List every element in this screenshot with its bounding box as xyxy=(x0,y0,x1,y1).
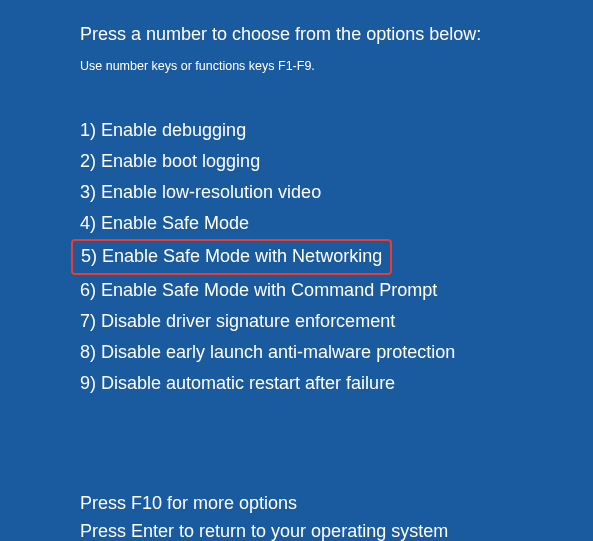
boot-option-7[interactable]: 7) Disable driver signature enforcement xyxy=(80,306,395,336)
boot-option-1[interactable]: 1) Enable debugging xyxy=(80,115,246,145)
options-list: 1) Enable debugging2) Enable boot loggin… xyxy=(80,115,593,399)
boot-option-8[interactable]: 8) Disable early launch anti-malware pro… xyxy=(80,337,455,367)
footer: Press F10 for more options Press Enter t… xyxy=(80,489,593,541)
boot-option-6[interactable]: 6) Enable Safe Mode with Command Prompt xyxy=(80,275,437,305)
boot-option-3[interactable]: 3) Enable low-resolution video xyxy=(80,177,321,207)
page-title: Press a number to choose from the option… xyxy=(80,24,593,45)
boot-option-2[interactable]: 2) Enable boot logging xyxy=(80,146,260,176)
footer-more-options: Press F10 for more options xyxy=(80,489,593,517)
footer-return: Press Enter to return to your operating … xyxy=(80,517,593,541)
page-subtitle: Use number keys or functions keys F1-F9. xyxy=(80,59,593,73)
boot-option-5[interactable]: 5) Enable Safe Mode with Networking xyxy=(71,239,392,275)
boot-option-4[interactable]: 4) Enable Safe Mode xyxy=(80,208,249,238)
boot-option-9[interactable]: 9) Disable automatic restart after failu… xyxy=(80,368,395,398)
